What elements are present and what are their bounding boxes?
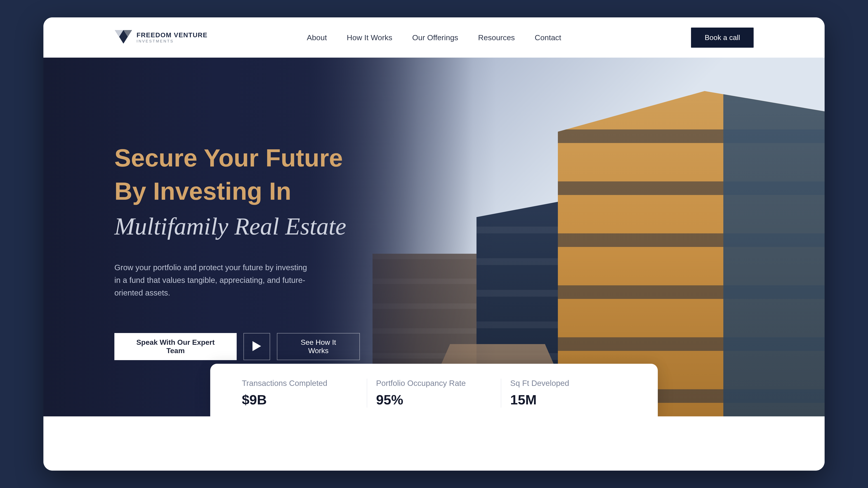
brand-logo[interactable]: FREEDOM VENTURE INVESTMENTS xyxy=(114,30,208,45)
stat-value: $9B xyxy=(242,392,358,408)
stat-occupancy: Portfolio Occupancy Rate 95% xyxy=(367,379,501,408)
stat-label: Transactions Completed xyxy=(242,379,358,388)
nav-contact[interactable]: Contact xyxy=(535,33,561,42)
headline-line-1: Secure Your Future xyxy=(114,144,343,172)
hero-subhead: Multifamily Real Estate xyxy=(114,213,360,240)
page-frame: FREEDOM VENTURE INVESTMENTS About How It… xyxy=(43,18,825,470)
nav-resources[interactable]: Resources xyxy=(478,33,515,42)
primary-nav: About How It Works Our Offerings Resourc… xyxy=(307,33,561,42)
headline-line-2: By Investing In xyxy=(114,177,291,205)
site-header: FREEDOM VENTURE INVESTMENTS About How It… xyxy=(43,18,825,58)
brand-tagline: INVESTMENTS xyxy=(136,39,208,43)
stat-sqft: Sq Ft Developed 15M xyxy=(501,379,635,408)
stat-transactions: Transactions Completed $9B xyxy=(233,379,367,408)
stat-value: 95% xyxy=(376,392,492,408)
stats-background-strip xyxy=(43,416,825,470)
stat-label: Portfolio Occupancy Rate xyxy=(376,379,492,388)
stat-label: Sq Ft Developed xyxy=(510,379,626,388)
hero-content: Secure Your Future By Investing In Multi… xyxy=(43,58,360,360)
stat-value: 15M xyxy=(510,392,626,408)
play-icon xyxy=(252,341,261,352)
play-video-button[interactable] xyxy=(243,333,270,360)
speak-with-team-button[interactable]: Speak With Our Expert Team xyxy=(114,333,237,360)
logo-icon xyxy=(114,30,132,45)
nav-our-offerings[interactable]: Our Offerings xyxy=(412,33,458,42)
hero-body: Grow your portfolio and protect your fut… xyxy=(114,261,313,299)
book-a-call-button[interactable]: Book a call xyxy=(691,28,754,48)
nav-how-it-works[interactable]: How It Works xyxy=(347,33,393,42)
logo-text: FREEDOM VENTURE INVESTMENTS xyxy=(136,32,208,43)
nav-about[interactable]: About xyxy=(307,33,327,42)
stats-card: Transactions Completed $9B Portfolio Occ… xyxy=(210,364,658,416)
see-how-it-works-button[interactable]: See How It Works xyxy=(277,333,360,360)
hero-headline: Secure Your Future By Investing In xyxy=(114,141,360,208)
hero-section: Secure Your Future By Investing In Multi… xyxy=(43,58,825,416)
hero-actions: Speak With Our Expert Team See How It Wo… xyxy=(114,333,360,360)
brand-name: FREEDOM VENTURE xyxy=(136,32,208,39)
